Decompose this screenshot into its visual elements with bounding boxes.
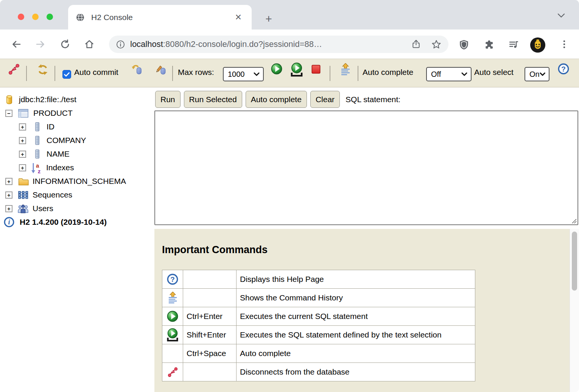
toolbar-separator xyxy=(358,66,358,81)
content-area: jdbc:h2:file:./test − PRODUCT + ID + COM… xyxy=(0,87,579,392)
stop-icon[interactable] xyxy=(311,64,321,74)
tree-item-information-schema[interactable]: + INFORMATION_SCHEMA xyxy=(0,174,153,188)
auto-complete-value: Off xyxy=(431,70,441,79)
max-rows-label: Max rows: xyxy=(178,68,214,77)
table-row: Displays this Help Page xyxy=(162,270,475,289)
tree-expand-toggle[interactable]: + xyxy=(19,123,26,131)
tree-item-column-company[interactable]: + COMPANY xyxy=(0,134,153,147)
reload-icon[interactable] xyxy=(60,39,70,50)
shield-extension-icon[interactable] xyxy=(458,39,470,50)
browser-menu-dots-icon[interactable] xyxy=(559,39,570,50)
auto-complete-select[interactable]: Off xyxy=(426,67,472,81)
sql-editor-container xyxy=(154,110,578,225)
extensions-puzzle-icon[interactable] xyxy=(484,39,495,50)
scrollbar-thumb[interactable] xyxy=(572,232,577,291)
version-row: H2 1.4.200 (2019-10-14) xyxy=(0,215,153,229)
max-rows-select[interactable]: 1000 xyxy=(223,67,264,81)
traffic-zoom-button[interactable] xyxy=(47,14,53,20)
toolbar-separator xyxy=(26,66,27,81)
auto-commit-checkbox[interactable] xyxy=(62,70,71,79)
table-row: Disconnects from the database xyxy=(162,363,475,381)
run-button[interactable]: Run xyxy=(155,91,181,108)
scrollbar-track[interactable] xyxy=(570,229,579,392)
refresh-icon[interactable] xyxy=(37,64,49,76)
run-selected-button[interactable]: Run Selected xyxy=(184,91,242,108)
tree-expand-toggle[interactable]: + xyxy=(5,205,12,212)
media-playlist-icon[interactable] xyxy=(508,39,519,50)
run-selected-icon xyxy=(166,328,179,342)
query-buttons-row: Run Run Selected Auto complete Clear SQL… xyxy=(155,91,400,108)
browser-tab[interactable]: H2 Console ✕ xyxy=(68,5,252,30)
chevron-down-icon xyxy=(461,72,467,76)
schema-tree: jdbc:h2:file:./test − PRODUCT + ID + COM… xyxy=(0,87,153,392)
run-icon[interactable] xyxy=(271,63,282,75)
sequences-icon xyxy=(18,191,28,199)
url-text: localhost:8080/h2-console/login.do?jsess… xyxy=(130,39,406,49)
tree-expand-toggle[interactable]: + xyxy=(19,151,26,158)
profile-avatar[interactable] xyxy=(530,37,545,53)
tree-expand-toggle[interactable]: + xyxy=(19,164,26,171)
tab-close-icon[interactable]: ✕ xyxy=(235,12,242,22)
sort-az-icon xyxy=(31,162,42,174)
back-icon[interactable] xyxy=(11,39,22,50)
help-panel: Important Commands Displays this Help Pa… xyxy=(154,229,570,392)
tree-item-sequences[interactable]: + Sequences xyxy=(0,188,153,202)
column-icon xyxy=(35,135,40,145)
tree-expand-toggle[interactable]: + xyxy=(5,178,12,185)
edit-icon[interactable] xyxy=(154,64,167,75)
tree-item-product[interactable]: − PRODUCT xyxy=(0,106,153,120)
toolbar-separator xyxy=(330,66,330,81)
tree-item-column-id[interactable]: + ID xyxy=(0,120,153,134)
sql-input[interactable] xyxy=(154,110,578,225)
table-row: Shows the Command History xyxy=(162,289,475,307)
max-rows-value: 1000 xyxy=(228,70,245,79)
home-icon[interactable] xyxy=(84,39,95,50)
chevron-down-icon[interactable] xyxy=(557,13,565,18)
table-row: Ctrl+Enter Executes the current SQL stat… xyxy=(162,307,475,326)
table-row: Ctrl+Space Auto complete xyxy=(162,344,475,363)
browser-navbar: localhost:8080/h2-console/login.do?jsess… xyxy=(0,30,579,59)
bookmark-star-icon[interactable] xyxy=(431,39,442,50)
table-row: Shift+Enter Executes the SQL statement d… xyxy=(162,326,475,344)
auto-complete-button[interactable]: Auto complete xyxy=(246,91,307,108)
history-icon[interactable] xyxy=(340,63,351,76)
disconnect-icon[interactable] xyxy=(8,64,20,75)
table-icon xyxy=(18,109,28,118)
column-icon xyxy=(35,149,40,159)
clear-button[interactable]: Clear xyxy=(310,91,340,108)
h2-version-text: H2 1.4.200 (2019-10-14) xyxy=(20,218,107,227)
important-commands-table: Displays this Help Page Shows the Comman… xyxy=(162,270,475,381)
sql-statement-label: SQL statement: xyxy=(346,95,400,104)
address-bar[interactable]: localhost:8080/h2-console/login.do?jsess… xyxy=(109,36,448,53)
traffic-minimize-button[interactable] xyxy=(32,14,39,20)
column-icon xyxy=(35,122,40,132)
share-icon[interactable] xyxy=(411,39,421,50)
folder-icon xyxy=(18,177,29,186)
auto-complete-label: Auto complete xyxy=(363,68,413,77)
traffic-close-button[interactable] xyxy=(18,14,24,20)
forward-icon[interactable] xyxy=(35,39,46,50)
resize-handle[interactable] xyxy=(571,218,577,224)
chevron-down-icon xyxy=(540,72,545,76)
tree-collapse-toggle[interactable]: − xyxy=(5,110,12,117)
tab-strip: H2 Console ✕ + xyxy=(0,0,579,30)
auto-select-select[interactable]: On xyxy=(525,67,549,81)
tab-title: H2 Console xyxy=(91,13,235,22)
tree-item-connection[interactable]: jdbc:h2:file:./test xyxy=(0,93,153,106)
tree-item-users[interactable]: + Users xyxy=(0,202,153,215)
auto-commit-label: Auto commit xyxy=(74,68,118,77)
new-tab-button[interactable]: + xyxy=(262,12,275,25)
globe-favicon-icon xyxy=(76,13,85,22)
undo-icon[interactable] xyxy=(130,64,143,75)
run-icon xyxy=(167,311,178,322)
tree-expand-toggle[interactable]: + xyxy=(5,191,12,199)
run-selected-icon[interactable] xyxy=(290,62,304,77)
site-info-icon[interactable] xyxy=(116,40,125,49)
tree-item-indexes[interactable]: + Indexes xyxy=(0,161,153,174)
help-title: Important Commands xyxy=(162,244,570,256)
tree-item-column-name[interactable]: + NAME xyxy=(0,147,153,161)
tree-expand-toggle[interactable]: + xyxy=(19,137,26,144)
help-icon[interactable] xyxy=(558,63,569,75)
help-icon xyxy=(167,274,178,285)
browser-window: H2 Console ✕ + localhost:8080/ xyxy=(0,0,579,392)
